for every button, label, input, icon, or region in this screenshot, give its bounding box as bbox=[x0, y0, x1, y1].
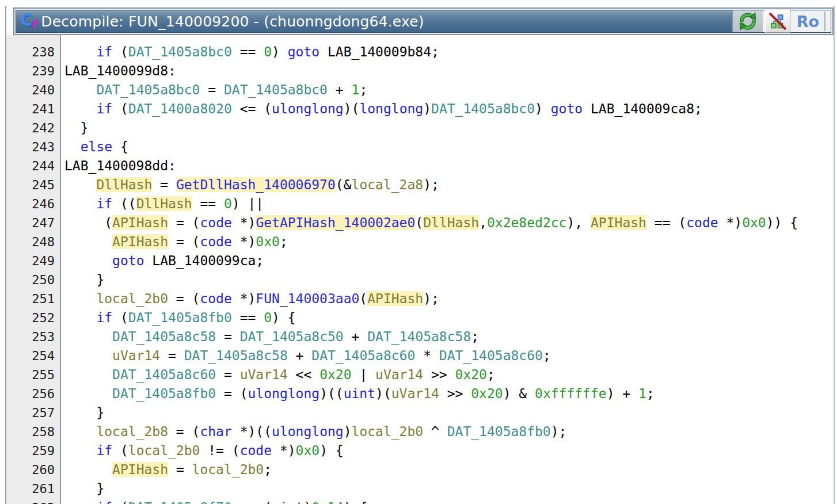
code-line[interactable]: DAT_1405a8c60 = uVar14 << 0x20 | uVar14 … bbox=[64, 365, 834, 384]
code-line[interactable]: DAT_1405a8c58 = DAT_1405a8c50 + DAT_1405… bbox=[64, 327, 834, 346]
token[interactable]: ( bbox=[112, 101, 128, 116]
token[interactable]: GetAPIHash_140002ae0 bbox=[256, 215, 415, 230]
token[interactable]: else bbox=[81, 139, 112, 154]
token[interactable]: ); bbox=[551, 424, 567, 439]
token[interactable]: )( bbox=[344, 101, 360, 116]
token[interactable]: uVar14 bbox=[112, 348, 160, 363]
code-line[interactable]: LAB_1400098dd: bbox=[64, 156, 834, 175]
token[interactable]: } bbox=[96, 405, 104, 420]
token[interactable]: if bbox=[96, 310, 112, 325]
token[interactable]: ulonglong bbox=[248, 386, 320, 401]
decompile-titlebar[interactable]: Cf Decompile: FUN_140009200 - (chuonngdo… bbox=[13, 7, 834, 35]
decompiled-code-area[interactable]: if (DAT_1405a8bc0 == 0) goto LAB_140009b… bbox=[61, 35, 834, 504]
token[interactable]: + bbox=[288, 348, 312, 363]
token[interactable]: , bbox=[479, 215, 487, 230]
token[interactable]: DAT_1405a8c58 bbox=[112, 329, 216, 344]
token[interactable]: GetDllHash_140006970 bbox=[176, 177, 336, 192]
token[interactable]: ( bbox=[359, 291, 367, 306]
token[interactable]: ulonglong bbox=[272, 101, 344, 116]
token[interactable]: ; bbox=[264, 462, 272, 477]
token[interactable]: <= ( bbox=[232, 101, 272, 116]
token[interactable]: (& bbox=[336, 177, 352, 192]
code-line[interactable]: } bbox=[64, 119, 834, 138]
token[interactable]: ) { bbox=[319, 443, 344, 458]
token[interactable]: local_2a8 bbox=[352, 177, 424, 192]
code-line[interactable]: APIHash = (code *)0x0; bbox=[64, 232, 834, 251]
code-line[interactable]: } bbox=[64, 270, 834, 289]
token[interactable]: ( bbox=[112, 500, 128, 504]
token[interactable]: ; bbox=[471, 329, 479, 344]
token[interactable]: *) bbox=[232, 215, 256, 230]
token[interactable]: APIHash bbox=[112, 462, 168, 477]
token[interactable]: FUN_140003aa0 bbox=[256, 291, 359, 306]
token[interactable]: )( bbox=[375, 386, 391, 401]
token[interactable]: ) + bbox=[607, 386, 638, 401]
token[interactable]: | bbox=[352, 367, 376, 382]
token[interactable]: char bbox=[200, 424, 231, 439]
token[interactable]: } bbox=[96, 272, 104, 287]
token[interactable]: 0x2e8ed2cc bbox=[487, 215, 566, 230]
token[interactable]: LAB_1400099d8: bbox=[64, 63, 176, 78]
code-line[interactable]: if (local_2b0 != (code *)0x0) { bbox=[64, 441, 834, 460]
token[interactable]: ( bbox=[112, 443, 128, 458]
code-line[interactable]: local_2b0 = (code *)FUN_140003aa0(APIHas… bbox=[64, 289, 834, 308]
token[interactable]: ) || bbox=[232, 196, 264, 211]
token[interactable]: APIHash bbox=[367, 291, 423, 306]
token[interactable]: ; bbox=[646, 386, 655, 401]
token[interactable]: ) & bbox=[503, 386, 535, 401]
code-line[interactable]: (APIHash = (code *)GetAPIHash_140002ae0(… bbox=[64, 213, 834, 232]
token[interactable]: >> bbox=[439, 386, 471, 401]
token[interactable]: == bbox=[232, 310, 264, 325]
token[interactable]: ( bbox=[415, 215, 423, 230]
token[interactable]: uint bbox=[344, 386, 375, 401]
token[interactable]: ) bbox=[423, 101, 431, 116]
token[interactable]: 0x20 bbox=[319, 367, 351, 382]
token[interactable]: 1 bbox=[352, 82, 360, 97]
token[interactable]: DAT_1400a8020 bbox=[128, 101, 232, 116]
token[interactable]: { bbox=[112, 139, 128, 154]
token[interactable]: == bbox=[232, 44, 264, 59]
token[interactable]: = bbox=[200, 82, 224, 97]
token[interactable]: ); bbox=[423, 177, 439, 192]
token[interactable]: DAT_1405a8bc0 bbox=[431, 101, 535, 116]
token[interactable]: *)(( bbox=[232, 424, 272, 439]
token[interactable]: longlong bbox=[359, 101, 423, 116]
code-line[interactable]: local_2b8 = (char *)((ulonglong)local_2b… bbox=[64, 422, 834, 441]
token[interactable]: LAB_140009ca8; bbox=[583, 101, 702, 116]
token[interactable]: ), bbox=[566, 215, 591, 230]
token[interactable]: (( bbox=[112, 196, 136, 211]
token[interactable]: APIHash bbox=[112, 234, 168, 249]
token[interactable]: *) bbox=[232, 291, 256, 306]
token[interactable]: code bbox=[686, 215, 718, 230]
token[interactable]: if bbox=[96, 443, 112, 458]
token[interactable]: + bbox=[344, 329, 368, 344]
token[interactable]: DAT_1405a8fb0 bbox=[112, 386, 216, 401]
token[interactable]: LAB_1400099ca; bbox=[144, 253, 264, 268]
token[interactable]: uVar14 bbox=[391, 386, 439, 401]
token[interactable]: code bbox=[240, 443, 272, 458]
token[interactable]: 0xffffffe bbox=[535, 386, 607, 401]
token[interactable]: 0x20 bbox=[455, 367, 487, 382]
token[interactable]: DAT_1405a8bc0 bbox=[96, 82, 200, 97]
ro-button[interactable]: Ro bbox=[793, 14, 823, 29]
token[interactable]: APIHash bbox=[112, 215, 168, 230]
token[interactable]: 0 bbox=[224, 196, 232, 211]
token[interactable]: *) bbox=[272, 443, 296, 458]
token[interactable]: code bbox=[200, 291, 231, 306]
token[interactable]: 0x0 bbox=[296, 443, 320, 458]
token[interactable]: goto bbox=[112, 253, 144, 268]
token[interactable]: )(( bbox=[319, 386, 344, 401]
token[interactable]: * bbox=[415, 348, 439, 363]
token[interactable]: *) bbox=[232, 234, 256, 249]
token[interactable]: local_2b0 bbox=[96, 291, 168, 306]
code-line[interactable]: APIHash = local_2b0; bbox=[64, 460, 834, 479]
token[interactable]: != ( bbox=[200, 443, 239, 458]
token[interactable]: } bbox=[81, 120, 89, 135]
token[interactable]: ) bbox=[272, 44, 288, 59]
token[interactable]: DllHash bbox=[136, 196, 192, 211]
token[interactable]: if bbox=[96, 196, 112, 211]
token[interactable]: DllHash bbox=[423, 215, 479, 230]
token[interactable]: ) bbox=[303, 500, 311, 504]
token[interactable]: uVar14 bbox=[375, 367, 423, 382]
token[interactable]: ) { bbox=[344, 500, 368, 504]
